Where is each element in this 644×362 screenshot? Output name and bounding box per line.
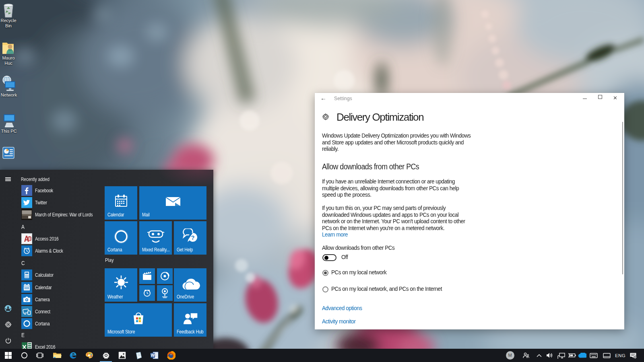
svg-text:W: W bbox=[151, 353, 155, 358]
svg-text:?: ? bbox=[191, 234, 194, 241]
